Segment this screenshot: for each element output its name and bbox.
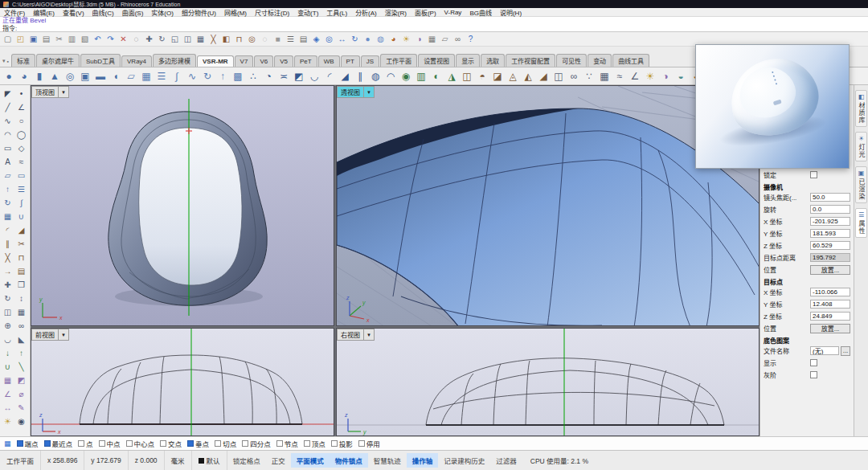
- copy-icon[interactable]: ▥: [66, 33, 78, 45]
- boolean-difference-icon[interactable]: ╲: [15, 360, 28, 373]
- bend-icon[interactable]: ◡: [2, 333, 14, 345]
- text-icon[interactable]: A: [2, 155, 14, 168]
- viewport-menu-arrow[interactable]: ▼: [58, 87, 68, 97]
- lock-checkbox[interactable]: [810, 171, 817, 178]
- revolve-icon[interactable]: ↻: [2, 196, 14, 209]
- open-file-icon[interactable]: ◰: [14, 33, 27, 45]
- viewport-title-front[interactable]: 前视图 ▼: [31, 329, 69, 341]
- delete-icon[interactable]: ✕: [117, 33, 129, 45]
- fillet-surface-icon[interactable]: ◜: [322, 69, 337, 84]
- toggle-record-history[interactable]: 记录建构历史: [438, 453, 490, 468]
- pipe-icon[interactable]: ▬: [93, 69, 108, 84]
- blend-icon[interactable]: ∪: [15, 210, 28, 223]
- tab-vray4[interactable]: VRay4: [121, 55, 152, 67]
- patch-icon[interactable]: ▦: [139, 69, 154, 84]
- viewport-menu-arrow[interactable]: ▼: [58, 329, 68, 340]
- menu-item[interactable]: 工具(L): [322, 8, 351, 17]
- material-icon[interactable]: ◑: [413, 33, 425, 45]
- twist-icon[interactable]: ∞: [15, 319, 28, 332]
- torus-icon[interactable]: ◎: [63, 69, 77, 84]
- curvature-icon[interactable]: ◉: [399, 69, 413, 84]
- history-icon[interactable]: ∞: [452, 33, 464, 45]
- osnap-project[interactable]: 投影: [331, 439, 353, 448]
- pin-icon[interactable]: ▾: [2, 58, 6, 64]
- browse-button[interactable]: ...: [841, 346, 850, 356]
- environment-icon[interactable]: ◒: [674, 69, 688, 84]
- cplane-selector[interactable]: 工作平面: [0, 451, 41, 470]
- merge-surface-icon[interactable]: ◩: [292, 69, 306, 84]
- cone-icon[interactable]: ▲: [47, 69, 62, 84]
- menu-item[interactable]: 说明(H): [496, 8, 526, 17]
- split-icon[interactable]: ◧: [220, 33, 232, 45]
- taper-icon[interactable]: ◣: [15, 333, 28, 345]
- tab-cplane[interactable]: 工作平面: [380, 54, 417, 67]
- osnap-intersection[interactable]: 交点: [160, 439, 182, 448]
- pull-icon[interactable]: ↑: [15, 346, 28, 359]
- tab-v6[interactable]: V6: [254, 55, 273, 67]
- scale-icon[interactable]: ↕: [15, 292, 28, 304]
- property-value-field[interactable]: 0.0: [810, 205, 850, 214]
- hide-icon[interactable]: ◌: [259, 33, 271, 45]
- tab-material-library[interactable]: ◧ 材质库: [855, 90, 867, 127]
- tab-gold-rhino[interactable]: 桌尔遮犀牛: [36, 54, 80, 67]
- extend-icon[interactable]: →: [2, 264, 14, 277]
- annotate-icon[interactable]: ✎: [15, 401, 28, 414]
- osnap-panel-icon[interactable]: ▦: [4, 439, 11, 448]
- select-icon[interactable]: ◌: [130, 33, 142, 45]
- new-file-icon[interactable]: ▢: [2, 33, 14, 45]
- osnap-checkbox[interactable]: [160, 440, 166, 447]
- tab-pt[interactable]: PT: [341, 55, 360, 67]
- orient-icon[interactable]: ⊕: [2, 319, 14, 332]
- viewport-front[interactable]: x z 前视图 ▼: [31, 328, 334, 436]
- zoom-extents-icon[interactable]: ◈: [310, 33, 322, 45]
- osnap-checkbox[interactable]: [331, 440, 338, 447]
- chamfer-icon[interactable]: ◢: [15, 223, 28, 236]
- property-value-field[interactable]: 24.849: [810, 312, 850, 321]
- cut-icon[interactable]: ✂: [53, 33, 65, 45]
- edge-tools-icon[interactable]: ◫: [460, 69, 474, 84]
- menu-item[interactable]: 尺寸标注(D): [251, 8, 293, 17]
- chamfer-surface-icon[interactable]: ◢: [338, 69, 352, 84]
- tab-v5[interactable]: V5: [274, 55, 293, 67]
- rotate-icon[interactable]: ↻: [2, 292, 14, 304]
- trim-icon[interactable]: ✂: [15, 237, 28, 250]
- print-icon[interactable]: ▤: [40, 33, 52, 45]
- menu-item[interactable]: 分析(A): [351, 8, 381, 17]
- pan-icon[interactable]: ↔: [336, 33, 348, 45]
- menu-item[interactable]: 渲染(R): [381, 8, 411, 17]
- render-material-icon[interactable]: ◑: [658, 69, 673, 84]
- osnap-tangent[interactable]: 切点: [215, 439, 236, 448]
- mesh-icon[interactable]: ▦: [2, 374, 14, 386]
- toggle-filter[interactable]: 过滤器: [490, 453, 522, 468]
- split-surface-icon[interactable]: ◭: [521, 69, 535, 84]
- group-icon[interactable]: ◎: [246, 33, 258, 45]
- viewport-title-perspective[interactable]: 透视图 ▼: [337, 86, 375, 98]
- dimension-icon[interactable]: ↔: [2, 401, 14, 414]
- units-label[interactable]: 毫米: [165, 451, 192, 470]
- measure-icon[interactable]: ⌀: [15, 387, 28, 400]
- project-icon[interactable]: ↓: [2, 346, 14, 359]
- cage-edit-icon[interactable]: ▩: [231, 69, 245, 84]
- rotate-view-icon[interactable]: ↻: [349, 33, 361, 45]
- properties-icon[interactable]: ▤: [297, 33, 309, 45]
- scale-icon[interactable]: ◱: [169, 33, 181, 45]
- menu-item[interactable]: 文件(F): [0, 8, 29, 17]
- toggle-smarttrack[interactable]: 智慧轨迹: [368, 453, 407, 468]
- shell-icon[interactable]: ◍: [368, 69, 383, 84]
- command-prompt[interactable]: 指令:: [2, 25, 868, 33]
- point-cloud-icon[interactable]: ∵: [582, 69, 596, 84]
- command-area[interactable]: 正在重做 Bevel 指令:: [0, 17, 868, 32]
- fillet-icon[interactable]: ◜: [2, 223, 14, 236]
- property-value-field[interactable]: -201.925: [810, 217, 850, 226]
- tab-transform[interactable]: 变动: [588, 54, 612, 67]
- patch-icon[interactable]: ▦: [2, 210, 14, 223]
- curve-tools-icon[interactable]: ≈: [15, 155, 28, 168]
- tab-curve-tools[interactable]: 曲线工具: [612, 54, 649, 67]
- box-icon[interactable]: ▣: [78, 69, 92, 84]
- isocurve-icon[interactable]: ◓: [475, 69, 489, 84]
- blend-surface-icon[interactable]: ◡: [307, 69, 321, 84]
- half-sphere-icon[interactable]: ◖: [108, 69, 123, 84]
- osnap-mid[interactable]: 中点: [99, 439, 121, 448]
- property-value-field[interactable]: 50.0: [810, 193, 850, 202]
- menu-item[interactable]: 网格(M): [220, 8, 251, 17]
